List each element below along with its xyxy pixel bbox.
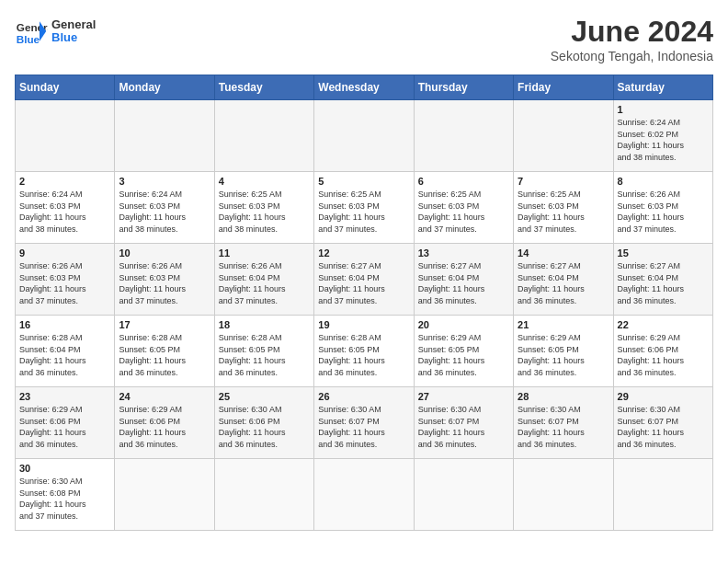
day-number: 5 xyxy=(318,176,409,187)
calendar-week-row: 30Sunrise: 6:30 AM Sunset: 6:08 PM Dayli… xyxy=(16,459,713,531)
weekday-header: Friday xyxy=(514,75,613,100)
calendar-cell: 2Sunrise: 6:24 AM Sunset: 6:03 PM Daylig… xyxy=(16,172,115,244)
page-header: General Blue General Blue June 2024 Seko… xyxy=(15,15,713,63)
weekday-header: Sunday xyxy=(16,75,115,100)
day-info: Sunrise: 6:26 AM Sunset: 6:04 PM Dayligh… xyxy=(219,260,310,306)
title-block: June 2024 Sekotong Tengah, Indonesia xyxy=(551,15,713,63)
day-number: 3 xyxy=(119,176,210,187)
calendar-header-row: SundayMondayTuesdayWednesdayThursdayFrid… xyxy=(16,75,713,100)
day-number: 1 xyxy=(618,104,709,115)
calendar-week-row: 23Sunrise: 6:29 AM Sunset: 6:06 PM Dayli… xyxy=(16,387,713,459)
calendar-cell: 19Sunrise: 6:28 AM Sunset: 6:05 PM Dayli… xyxy=(314,316,414,387)
calendar-cell: 11Sunrise: 6:26 AM Sunset: 6:04 PM Dayli… xyxy=(214,244,313,316)
day-number: 20 xyxy=(418,319,509,330)
calendar-cell: 14Sunrise: 6:27 AM Sunset: 6:04 PM Dayli… xyxy=(514,244,613,316)
day-info: Sunrise: 6:26 AM Sunset: 6:03 PM Dayligh… xyxy=(19,260,110,306)
day-info: Sunrise: 6:25 AM Sunset: 6:03 PM Dayligh… xyxy=(318,189,409,235)
day-number: 26 xyxy=(318,391,409,402)
day-number: 11 xyxy=(219,247,310,259)
calendar-cell xyxy=(214,100,313,172)
day-number: 14 xyxy=(518,247,609,259)
day-number: 25 xyxy=(219,391,310,402)
day-number: 21 xyxy=(518,319,609,330)
calendar-cell: 9Sunrise: 6:26 AM Sunset: 6:03 PM Daylig… xyxy=(16,244,115,316)
day-info: Sunrise: 6:24 AM Sunset: 6:03 PM Dayligh… xyxy=(19,189,110,235)
calendar-cell: 6Sunrise: 6:25 AM Sunset: 6:03 PM Daylig… xyxy=(414,172,513,244)
day-number: 16 xyxy=(19,319,110,330)
day-info: Sunrise: 6:29 AM Sunset: 6:05 PM Dayligh… xyxy=(518,332,609,378)
calendar-cell: 21Sunrise: 6:29 AM Sunset: 6:05 PM Dayli… xyxy=(514,316,613,387)
calendar-cell: 30Sunrise: 6:30 AM Sunset: 6:08 PM Dayli… xyxy=(16,459,115,531)
day-number: 18 xyxy=(219,319,310,330)
day-info: Sunrise: 6:27 AM Sunset: 6:04 PM Dayligh… xyxy=(318,260,409,306)
location: Sekotong Tengah, Indonesia xyxy=(551,49,713,63)
day-number: 13 xyxy=(418,247,509,259)
logo-general-text: General xyxy=(51,18,96,31)
calendar-cell xyxy=(613,459,712,531)
weekday-header: Wednesday xyxy=(314,75,414,100)
calendar-cell xyxy=(314,459,414,531)
weekday-header: Saturday xyxy=(613,75,712,100)
day-info: Sunrise: 6:27 AM Sunset: 6:04 PM Dayligh… xyxy=(618,260,709,306)
day-info: Sunrise: 6:29 AM Sunset: 6:06 PM Dayligh… xyxy=(618,332,709,378)
day-info: Sunrise: 6:29 AM Sunset: 6:06 PM Dayligh… xyxy=(19,404,110,450)
weekday-header: Monday xyxy=(115,75,214,100)
day-number: 28 xyxy=(518,391,609,402)
calendar-cell: 8Sunrise: 6:26 AM Sunset: 6:03 PM Daylig… xyxy=(613,172,712,244)
calendar-cell: 1Sunrise: 6:24 AM Sunset: 6:02 PM Daylig… xyxy=(613,100,712,172)
calendar-cell: 25Sunrise: 6:30 AM Sunset: 6:06 PM Dayli… xyxy=(214,387,313,459)
day-info: Sunrise: 6:29 AM Sunset: 6:05 PM Dayligh… xyxy=(418,332,509,378)
calendar-cell: 20Sunrise: 6:29 AM Sunset: 6:05 PM Dayli… xyxy=(414,316,513,387)
calendar-cell: 26Sunrise: 6:30 AM Sunset: 6:07 PM Dayli… xyxy=(314,387,414,459)
calendar-cell xyxy=(115,100,214,172)
calendar-cell: 3Sunrise: 6:24 AM Sunset: 6:03 PM Daylig… xyxy=(115,172,214,244)
calendar-cell: 16Sunrise: 6:28 AM Sunset: 6:04 PM Dayli… xyxy=(16,316,115,387)
calendar-table: SundayMondayTuesdayWednesdayThursdayFrid… xyxy=(15,75,713,531)
day-info: Sunrise: 6:30 AM Sunset: 6:08 PM Dayligh… xyxy=(19,476,110,522)
day-number: 2 xyxy=(19,176,110,187)
day-number: 29 xyxy=(618,391,709,402)
day-number: 4 xyxy=(219,176,310,187)
day-info: Sunrise: 6:28 AM Sunset: 6:04 PM Dayligh… xyxy=(19,332,110,378)
day-number: 8 xyxy=(618,176,709,187)
day-number: 27 xyxy=(418,391,509,402)
calendar-cell: 18Sunrise: 6:28 AM Sunset: 6:05 PM Dayli… xyxy=(214,316,313,387)
calendar-cell xyxy=(414,100,513,172)
day-number: 19 xyxy=(318,319,409,330)
calendar-cell: 23Sunrise: 6:29 AM Sunset: 6:06 PM Dayli… xyxy=(16,387,115,459)
logo-icon: General Blue xyxy=(15,15,48,48)
day-info: Sunrise: 6:30 AM Sunset: 6:07 PM Dayligh… xyxy=(618,404,709,450)
calendar-cell: 5Sunrise: 6:25 AM Sunset: 6:03 PM Daylig… xyxy=(314,172,414,244)
calendar-cell: 10Sunrise: 6:26 AM Sunset: 6:03 PM Dayli… xyxy=(115,244,214,316)
logo: General Blue General Blue xyxy=(15,15,96,48)
day-info: Sunrise: 6:27 AM Sunset: 6:04 PM Dayligh… xyxy=(518,260,609,306)
weekday-header: Thursday xyxy=(414,75,513,100)
day-info: Sunrise: 6:25 AM Sunset: 6:03 PM Dayligh… xyxy=(518,189,609,235)
calendar-cell xyxy=(115,459,214,531)
day-info: Sunrise: 6:29 AM Sunset: 6:06 PM Dayligh… xyxy=(119,404,210,450)
day-info: Sunrise: 6:27 AM Sunset: 6:04 PM Dayligh… xyxy=(418,260,509,306)
day-info: Sunrise: 6:25 AM Sunset: 6:03 PM Dayligh… xyxy=(418,189,509,235)
calendar-cell: 13Sunrise: 6:27 AM Sunset: 6:04 PM Dayli… xyxy=(414,244,513,316)
calendar-cell: 17Sunrise: 6:28 AM Sunset: 6:05 PM Dayli… xyxy=(115,316,214,387)
calendar-cell: 4Sunrise: 6:25 AM Sunset: 6:03 PM Daylig… xyxy=(214,172,313,244)
calendar-cell xyxy=(314,100,414,172)
day-number: 12 xyxy=(318,247,409,259)
calendar-week-row: 9Sunrise: 6:26 AM Sunset: 6:03 PM Daylig… xyxy=(16,244,713,316)
day-number: 23 xyxy=(19,391,110,402)
calendar-week-row: 1Sunrise: 6:24 AM Sunset: 6:02 PM Daylig… xyxy=(16,100,713,172)
day-info: Sunrise: 6:28 AM Sunset: 6:05 PM Dayligh… xyxy=(219,332,310,378)
day-number: 30 xyxy=(19,463,110,474)
day-number: 17 xyxy=(119,319,210,330)
calendar-cell: 24Sunrise: 6:29 AM Sunset: 6:06 PM Dayli… xyxy=(115,387,214,459)
day-number: 6 xyxy=(418,176,509,187)
calendar-cell: 29Sunrise: 6:30 AM Sunset: 6:07 PM Dayli… xyxy=(613,387,712,459)
calendar-cell: 15Sunrise: 6:27 AM Sunset: 6:04 PM Dayli… xyxy=(613,244,712,316)
calendar-cell xyxy=(514,459,613,531)
calendar-week-row: 2Sunrise: 6:24 AM Sunset: 6:03 PM Daylig… xyxy=(16,172,713,244)
calendar-cell: 12Sunrise: 6:27 AM Sunset: 6:04 PM Dayli… xyxy=(314,244,414,316)
day-number: 10 xyxy=(119,247,210,259)
day-info: Sunrise: 6:30 AM Sunset: 6:07 PM Dayligh… xyxy=(418,404,509,450)
month-title: June 2024 xyxy=(551,15,713,49)
day-info: Sunrise: 6:24 AM Sunset: 6:03 PM Dayligh… xyxy=(119,189,210,235)
